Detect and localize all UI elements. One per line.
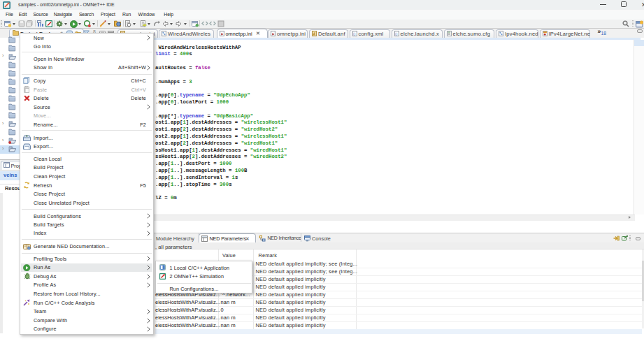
svg-text:〈〉: 〈〉 [353,32,356,36]
svg-text:〈〉: 〈〉 [395,32,398,36]
